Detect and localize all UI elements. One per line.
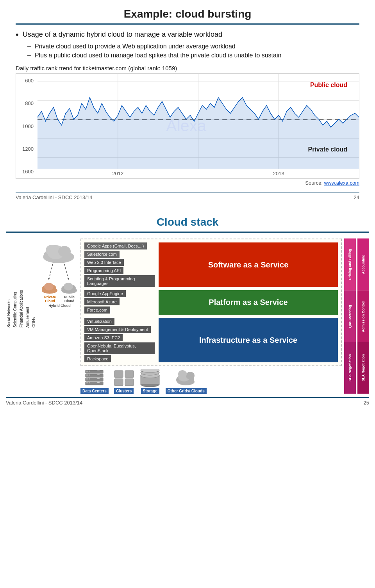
paas-row: Google AppEngine Microsoft Azure Force.c… [84,290,338,315]
vl-scientific: Scientific Computing [12,242,18,328]
iaas-label: Infrastructure as a Service [159,318,338,362]
svg-point-59 [178,370,187,378]
slide2-title: Cloud stack [6,216,369,233]
iaas-item-5: Rackspace [84,355,111,362]
right-col2: Accounting Admission Control SLA Negotia… [357,239,369,394]
chart-section: Daily traffic rank trend for ticketmaste… [16,65,359,186]
slide2-footer: Valeria Cardellini - SDCC 2013/14 25 [6,397,369,406]
svg-rect-32 [97,371,100,371]
source-link[interactable]: www.alexa.com [324,180,359,186]
svg-rect-38 [86,378,88,380]
svg-rect-31 [89,371,90,372]
paas-label: Platform as a Service [159,290,338,315]
right-bars: Pricing and Billing QoS Metering SLA Neg… [344,239,369,394]
bar-sla-neg2: SLA Negotiation [357,342,369,394]
chart-x-labels: 2012 2013 [38,169,359,178]
cloud-icons: Private Cloud Public Cloud Hybrid Cloud [41,241,78,308]
chart-y-labels: 600 800 1000 1200 1600 [16,74,36,178]
saas-item-5: Scripting & Programming Languages [84,275,155,287]
paas-left-items: Google AppEngine Microsoft Azure Force.c… [84,290,155,315]
iaas-item-1: Virtualization [84,318,114,325]
vertical-labels: Social Networks Scientific Computing Fin… [6,242,37,328]
iaas-left-items: Virtualization VM Management & Deploymen… [84,318,155,362]
public-cloud-label: Public Cloud [61,295,78,303]
paas-item-1: Google AppEngine [84,290,126,297]
chart-inner: Alexa Public cloud Private cloud [38,74,359,169]
iaas-item-3: Amazon S3, EC2 [84,334,123,341]
svg-line-18 [64,264,68,280]
svg-rect-43 [89,382,90,383]
bullet-sub-2: Plus a public cloud used to manage load … [27,52,359,59]
private-cloud-group: Private Cloud [41,281,59,303]
saas-item-2: Salesforce.com [84,251,120,258]
svg-rect-34 [86,374,88,376]
main-cloud [41,241,76,264]
saas-row: Google Apps (Gmail, Docs,...) Salesforce… [84,242,338,287]
svg-marker-19 [48,278,50,280]
middle-stack: Google Apps (Gmail, Docs,...) Salesforce… [80,239,342,394]
svg-rect-37 [86,378,103,381]
chart-label: Daily traffic rank trend for ticketmaste… [16,65,359,71]
vl-networks: Social Networks [6,242,12,328]
storage-icon-group: Storage [139,369,161,394]
bar-qos: QoS Metering [344,290,356,342]
vl-financial: Financial Applications [18,242,24,328]
vl-amusement: Amusement [25,242,30,328]
left-panel: Social Networks Scientific Computing Fin… [6,239,78,394]
slide1-title: Example: cloud bursting [16,8,359,25]
svg-rect-46 [125,371,134,378]
svg-rect-29 [86,370,103,373]
svg-marker-20 [68,278,69,280]
iaas-item-4: OpenNebula, Eucalyptus, OpenStack [84,342,155,354]
slide1-footer-right: 24 [354,194,359,200]
dashed-box: Google Apps (Gmail, Docs,...) Salesforce… [80,239,342,366]
bullet-section: Usage of a dynamic hybrid cloud to manag… [16,30,359,59]
iaas-item-2: VM Management & Deployment [84,326,151,333]
public-cloud-svg [61,281,78,294]
cloud-stack-layout: Social Networks Scientific Computing Fin… [6,239,369,394]
bar-accounting: Accounting [357,239,369,290]
svg-point-28 [64,283,73,290]
bullet-sub-1: Private cloud used to provide a Web appl… [27,43,359,50]
svg-rect-33 [86,374,103,377]
paas-item-2: Microsoft Azure [84,298,120,305]
dashed-lines-svg [41,264,76,280]
storage-label: Storage [141,388,159,394]
slide2-footer-right: 25 [364,400,369,406]
slide2-footer-left: Valeria Cardellini - SDCC 2013/14 [6,400,82,406]
main-cloud-svg [41,241,76,264]
saas-item-3: Web 2.0 Interface [84,259,124,266]
annotation-private-cloud: Private cloud [308,146,347,153]
svg-point-58 [186,372,195,380]
cluster-label: Clusters [114,388,134,394]
infra-bottom-row: Data Centers Clusters [80,369,342,394]
public-cloud-group: Public Cloud [61,281,78,303]
cluster-icon [113,369,135,387]
svg-rect-42 [86,382,88,383]
chart-container: 600 800 1000 1200 1600 [16,73,359,179]
svg-rect-39 [89,378,90,380]
svg-point-24 [44,283,54,290]
svg-rect-35 [89,374,90,376]
datacenter-icon-group: Data Centers [80,369,109,394]
svg-rect-44 [97,382,100,383]
svg-rect-47 [114,379,123,386]
svg-rect-30 [86,371,88,372]
slide1-footer: Valeria Cardellini - SDCC 2013/14 24 [16,192,359,200]
annotation-public-cloud: Public cloud [310,82,347,89]
private-cloud-label: Private Cloud [41,295,59,303]
right-col1: Pricing and Billing QoS Metering SLA Neg… [344,239,356,394]
iaas-row: Virtualization VM Management & Deploymen… [84,318,338,362]
saas-item-4: Programming API [84,267,123,274]
bar-sla-neg: SLA Negotiation [344,342,356,394]
bullet-main: Usage of a dynamic hybrid cloud to manag… [16,30,359,40]
datacenter-label: Data Centers [80,388,109,394]
saas-item-1: Google Apps (Gmail, Docs,...) [84,242,147,249]
slide2: Cloud stack Social Networks Scientific C… [0,208,375,410]
other-grids-icon-group: Other Grids/ Clouds [166,369,207,394]
storage-icon [139,369,161,387]
source-line: Source: www.alexa.com [16,180,359,186]
svg-rect-48 [125,379,134,386]
datacenter-icon [84,369,105,387]
svg-rect-40 [97,378,100,379]
